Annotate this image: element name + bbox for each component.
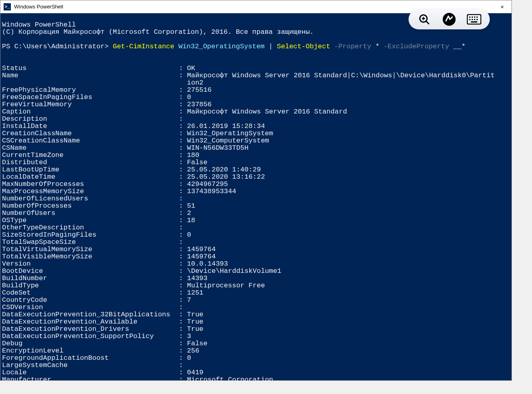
property-key: LargeSystemCache [2, 362, 179, 369]
property-key: DataExecutionPrevention_Drivers [2, 326, 179, 333]
property-row: CountryCode: 7 [2, 297, 510, 304]
property-value: False [187, 159, 510, 166]
property-value: True [187, 326, 510, 333]
property-row: DataExecutionPrevention_Drivers: True [2, 326, 510, 333]
svg-rect-9 [477, 17, 478, 18]
property-value: Майкрософт Windows Server 2016 Standard|… [187, 72, 510, 79]
property-key: FreePhysicalMemory [2, 87, 179, 94]
property-key: Caption [2, 108, 179, 116]
property-value: 256 [187, 347, 510, 355]
property-key: CountryCode [2, 297, 179, 304]
property-value [187, 362, 510, 369]
property-separator: : [179, 72, 187, 79]
property-key: NumberOfUsers [2, 210, 179, 217]
svg-point-4 [443, 13, 456, 26]
property-separator: : [179, 87, 187, 94]
property-separator: : [179, 159, 187, 166]
window-title: Windows PowerShell [14, 4, 63, 10]
property-separator: : [179, 152, 187, 159]
property-key: TotalVirtualMemorySize [2, 246, 179, 253]
property-key: Manufacturer [2, 376, 179, 384]
svg-rect-13 [477, 19, 478, 20]
property-row: DataExecutionPrevention_32BitApplication… [2, 311, 510, 318]
property-key: FreeVirtualMemory [2, 101, 179, 108]
svg-rect-12 [474, 19, 475, 20]
property-row: Description: [2, 116, 510, 123]
remote-desktop-button[interactable] [442, 12, 457, 27]
param-val2: __* [453, 43, 466, 50]
property-value [187, 195, 510, 202]
property-value: 25.05.2020 13:16:22 [187, 173, 510, 181]
property-row: DataExecutionPrevention_Available: True [2, 318, 510, 326]
property-value: 10.0.14393 [187, 260, 510, 268]
header-line-2: (C) Корпорация Майкрософт (Microsoft Cor… [2, 28, 314, 36]
property-key: DataExecutionPrevention_SupportPolicy [2, 333, 179, 340]
property-key: MaxProcessMemorySize [2, 188, 179, 195]
property-row: FreeVirtualMemory: 237856 [2, 101, 510, 108]
terminal-output[interactable]: Windows PowerShell (C) Корпорация Майкро… [0, 13, 511, 384]
property-value: Win32_OperatingSystem [187, 130, 510, 137]
property-separator: : [179, 347, 187, 355]
property-row: TotalVisibleMemorySize: 1459764 [2, 253, 510, 260]
property-key: DataExecutionPrevention_Available [2, 318, 179, 326]
property-key: Version [2, 260, 179, 268]
property-separator: : [179, 195, 187, 202]
property-value: Multiprocessor Free [187, 282, 510, 289]
property-separator: : [179, 173, 187, 181]
property-value: 2 [187, 210, 510, 217]
property-key: Status [2, 65, 179, 72]
property-row: MaxNumberOfProcesses: 4294967295 [2, 181, 510, 188]
property-separator: : [179, 239, 187, 246]
property-separator: : [179, 166, 187, 173]
property-separator: : [179, 326, 187, 333]
keyboard-button[interactable] [466, 12, 482, 27]
property-separator: : [179, 116, 187, 123]
property-row: OtherTypeDescription: [2, 224, 510, 231]
remote-session-toolbar[interactable] [409, 9, 490, 29]
property-key: Debug [2, 340, 179, 347]
property-key: CurrentTimeZone [2, 152, 179, 159]
property-row: BuildType: Multiprocessor Free [2, 282, 510, 289]
zoom-in-icon [418, 13, 430, 25]
cmdlet-getciminstance: Get-CimInstance [113, 43, 174, 50]
property-key: BuildNumber [2, 275, 179, 282]
property-key: SizeStoredInPagingFiles [2, 231, 179, 239]
property-key: CSName [2, 144, 179, 152]
property-row: LastBootUpTime: 25.05.2020 1:40:29 [2, 166, 510, 173]
property-row: Name: Майкрософт Windows Server 2016 Sta… [2, 72, 510, 79]
property-row: CurrentTimeZone: 180 [2, 152, 510, 159]
property-separator: : [179, 130, 187, 137]
property-value: 1251 [187, 289, 510, 297]
zoom-in-button[interactable] [417, 12, 432, 27]
property-key: Locale [2, 369, 179, 376]
pipe: | [269, 43, 277, 50]
property-row: TotalSwapSpaceSize: [2, 239, 510, 246]
property-value: WIN-N56DW33TD5H [187, 144, 510, 152]
property-separator: : [179, 202, 187, 210]
property-separator: : [179, 362, 187, 369]
property-value: 4294967295 [187, 181, 510, 188]
property-value: 3 [187, 333, 510, 340]
property-value: 1459764 [187, 246, 510, 253]
titlebar-controls [493, 0, 511, 13]
property-key: FreeSpaceInPagingFiles [2, 94, 179, 101]
property-separator: : [179, 268, 187, 275]
property-key: LastBootUpTime [2, 166, 179, 173]
property-row: TotalVirtualMemorySize: 1459764 [2, 246, 510, 253]
property-separator: : [179, 108, 187, 116]
property-row: NumberOfUsers: 2 [2, 210, 510, 217]
param-property: -Property [330, 43, 375, 50]
property-value: True [187, 318, 510, 326]
svg-rect-11 [472, 19, 473, 20]
property-key: OSType [2, 217, 179, 224]
property-separator: : [179, 369, 187, 376]
svg-line-1 [426, 21, 429, 24]
close-button[interactable] [493, 0, 511, 13]
property-value: 0 [187, 355, 510, 362]
property-row: InstallDate: 26.01.2019 15:28:34 [2, 123, 510, 130]
property-key: CreationClassName [2, 130, 179, 137]
property-key: TotalSwapSpaceSize [2, 239, 179, 246]
property-separator: : [179, 333, 187, 340]
property-value [187, 224, 510, 231]
property-key: TotalVisibleMemorySize [2, 253, 179, 260]
